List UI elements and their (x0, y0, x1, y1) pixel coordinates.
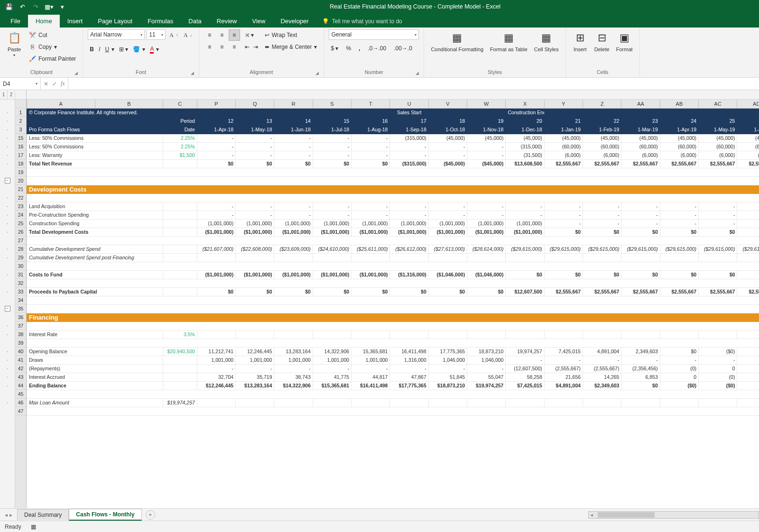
cell[interactable]: ($45,000) (467, 159, 506, 168)
cell[interactable] (390, 330, 428, 339)
row-number[interactable]: 34 (15, 296, 26, 304)
alignment-launcher[interactable]: ◢ (315, 71, 319, 75)
cell[interactable]: 1-Jun-19 (737, 125, 759, 134)
cell[interactable] (163, 373, 197, 381)
cell[interactable]: - (274, 364, 313, 373)
cell[interactable] (428, 398, 467, 407)
cell[interactable]: - (197, 202, 235, 211)
cell[interactable] (660, 253, 698, 262)
row-number[interactable]: 47 (15, 407, 26, 415)
cell[interactable]: 32,704 (197, 373, 235, 381)
cell[interactable]: (31,500) (506, 151, 544, 159)
cell[interactable]: 19,974,257 (506, 347, 544, 356)
cell[interactable]: (2,555,667) (544, 364, 583, 373)
tab-developer[interactable]: Developer (273, 15, 316, 28)
percent-format[interactable]: % (344, 43, 353, 54)
row-number[interactable]: 1 (15, 108, 26, 117)
cell[interactable]: $0 (390, 287, 428, 296)
column-header[interactable]: S (313, 100, 351, 108)
cell[interactable]: - (274, 134, 313, 142)
cell[interactable]: - (236, 202, 274, 211)
cell[interactable]: 1-Feb-19 (583, 125, 621, 134)
cell[interactable] (621, 108, 660, 117)
cell[interactable]: $13,283,164 (236, 381, 274, 390)
cell[interactable] (27, 304, 759, 313)
cell[interactable]: $15,365,681 (313, 381, 351, 390)
cell[interactable] (506, 330, 544, 339)
decrease-indent[interactable]: ⇤ (243, 41, 251, 53)
cell[interactable]: $0 (660, 347, 698, 356)
cell[interactable] (583, 330, 621, 339)
cell[interactable]: - (506, 211, 544, 219)
cell[interactable]: - (274, 142, 313, 151)
cell[interactable]: - (352, 364, 390, 373)
cell[interactable]: $0 (428, 287, 467, 296)
cell[interactable]: (1,001,000) (506, 219, 544, 228)
cell[interactable]: 1,316,000 (390, 356, 428, 364)
cell[interactable] (27, 262, 759, 270)
cell[interactable]: (1,001,000) (390, 219, 428, 228)
cell[interactable]: (45,000) (660, 134, 698, 142)
cell[interactable]: 58,258 (506, 373, 544, 381)
cell[interactable]: (6,000) (544, 151, 583, 159)
cell[interactable]: 1,001,000 (274, 356, 313, 364)
cell[interactable]: - (313, 142, 351, 151)
cell[interactable] (236, 330, 274, 339)
cell[interactable]: 1-Jan-19 (544, 125, 583, 134)
column-header[interactable]: AA (621, 100, 660, 108)
cell[interactable]: - (737, 356, 759, 364)
cell[interactable] (163, 211, 197, 219)
cell[interactable] (197, 108, 235, 117)
cell[interactable]: (45,000) (621, 134, 660, 142)
cell[interactable]: 17 (390, 117, 428, 125)
cell[interactable] (467, 398, 506, 407)
row-number[interactable]: 15 (15, 134, 26, 142)
cell[interactable]: $2,555,667 (660, 287, 698, 296)
cell[interactable] (506, 253, 544, 262)
cell[interactable]: ($0) (699, 381, 737, 390)
cell[interactable] (737, 398, 759, 407)
cell[interactable] (660, 330, 698, 339)
cell[interactable]: - (390, 142, 428, 151)
cell[interactable]: (45,000) (699, 134, 737, 142)
cell[interactable]: ($1,046,000) (428, 270, 467, 279)
cell[interactable]: ($0) (660, 381, 698, 390)
outline-collapse-35[interactable]: − (5, 306, 10, 312)
cell[interactable] (699, 253, 737, 262)
cell[interactable]: $2,555,667 (583, 287, 621, 296)
cell[interactable]: ($27,613,000) (428, 245, 467, 253)
font-name-combo[interactable]: Arial Narrow▾ (88, 29, 145, 40)
cell[interactable]: ($1,001,000) (236, 270, 274, 279)
spreadsheet-grid[interactable]: ··· ··· · − ·· ··· ·· · · − ·· ·· ··· · … (0, 100, 759, 508)
cell[interactable] (274, 398, 313, 407)
cell[interactable]: Financing (27, 313, 759, 321)
cell[interactable] (27, 407, 759, 415)
conditional-formatting-button[interactable]: ▦Conditional Formatting (429, 29, 485, 53)
row-number[interactable]: 26 (15, 228, 26, 236)
column-header[interactable]: C (163, 100, 197, 108)
cell[interactable]: (6,000) (621, 151, 660, 159)
cell[interactable] (699, 398, 737, 407)
cell[interactable]: (45,000) (544, 134, 583, 142)
cell[interactable]: $0 (197, 287, 235, 296)
qat-grid-icon[interactable]: ▦▾ (44, 1, 54, 12)
cell[interactable]: - (428, 211, 467, 219)
tab-file[interactable]: File (3, 15, 28, 28)
cell[interactable]: - (197, 211, 235, 219)
cell[interactable] (352, 108, 390, 117)
cell[interactable] (236, 253, 274, 262)
cell[interactable]: (45,000) (583, 134, 621, 142)
column-header[interactable]: U (390, 100, 428, 108)
cell[interactable]: $2,555,667 (621, 287, 660, 296)
row-number[interactable]: 43 (15, 373, 26, 381)
cell[interactable]: 16 (352, 117, 390, 125)
cell[interactable]: ($0) (737, 347, 759, 356)
cell[interactable]: - (274, 151, 313, 159)
cell[interactable] (27, 296, 759, 304)
column-header[interactable]: V (428, 100, 467, 108)
cell[interactable]: 7,425,015 (544, 347, 583, 356)
cell[interactable]: (Repayments) (27, 364, 163, 373)
number-launcher[interactable]: ◢ (416, 71, 419, 75)
cell[interactable]: - (737, 202, 759, 211)
row-number[interactable]: 22 (15, 193, 26, 202)
